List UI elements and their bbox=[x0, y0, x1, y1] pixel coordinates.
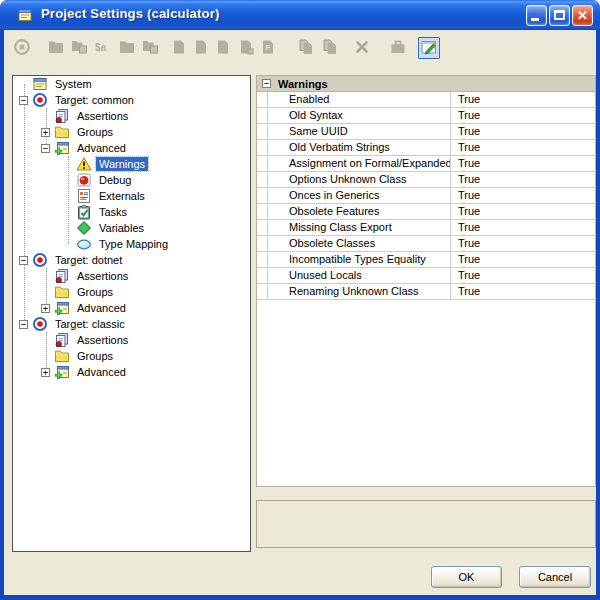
tree-expand-slot: + bbox=[41, 364, 54, 380]
tree-item-warnings[interactable]: Warnings bbox=[13, 156, 250, 172]
grid-property-value[interactable]: True bbox=[451, 92, 595, 107]
grid-property-value[interactable]: True bbox=[451, 188, 595, 203]
tree-item-assertions[interactable]: Assertions bbox=[13, 268, 250, 284]
toolbar-button-folder-overlay-icon[interactable] bbox=[139, 37, 161, 59]
tree-item-label: Debug bbox=[96, 173, 134, 187]
document-f-icon: F bbox=[259, 38, 277, 59]
folder-icon bbox=[47, 38, 65, 59]
maximize-icon[interactable] bbox=[549, 5, 570, 26]
toolbar-button-document-f-icon[interactable]: F bbox=[257, 37, 279, 59]
collapse-icon[interactable]: − bbox=[262, 79, 271, 88]
toolbar-button-edit-icon[interactable] bbox=[418, 37, 440, 59]
toolbar-button-package-icon[interactable] bbox=[387, 37, 409, 59]
grid-property-value[interactable]: True bbox=[451, 252, 595, 267]
grid-property-name: Missing Class Export bbox=[268, 220, 451, 235]
tree-item-groups[interactable]: Groups bbox=[13, 348, 250, 364]
tree-item-advanced[interactable]: +Advanced bbox=[13, 300, 250, 316]
grid-property-value[interactable]: True bbox=[451, 220, 595, 235]
tree-item-label: Assertions bbox=[74, 109, 131, 123]
toolbar-button-documents-icon[interactable] bbox=[319, 37, 341, 59]
toolbar-button-documents-icon[interactable] bbox=[295, 37, 317, 59]
grid-property-value[interactable]: True bbox=[451, 124, 595, 139]
tree-item-debug[interactable]: Debug bbox=[13, 172, 250, 188]
grid-row-unused-locals[interactable]: Unused LocalsTrue bbox=[257, 268, 595, 284]
titlebar[interactable]: Project Settings (calculator) ✕ bbox=[0, 0, 600, 30]
grid-section-header[interactable]: − Warnings bbox=[257, 76, 595, 92]
grid-row-assignment-on-formal-expanded[interactable]: Assignment on Formal/ExpandedTrue bbox=[257, 156, 595, 172]
advanced-icon bbox=[54, 300, 70, 316]
grid-property-value[interactable]: True bbox=[451, 284, 595, 299]
tree-item-assertions[interactable]: Assertions bbox=[13, 108, 250, 124]
expand-icon[interactable]: + bbox=[41, 128, 50, 137]
grid-property-name: Renaming Unknown Class bbox=[268, 284, 451, 299]
grid-row-incompatible-types-equality[interactable]: Incompatible Types EqualityTrue bbox=[257, 252, 595, 268]
grid-row-old-syntax[interactable]: Old SyntaxTrue bbox=[257, 108, 595, 124]
grid-row-obsolete-features[interactable]: Obsolete FeaturesTrue bbox=[257, 204, 595, 220]
toolbar-button-rename-icon[interactable]: $a bbox=[92, 37, 114, 59]
tree-item-target-classic[interactable]: −Target: classic bbox=[13, 316, 250, 332]
grid-row-onces-in-generics[interactable]: Onces in GenericsTrue bbox=[257, 188, 595, 204]
cancel-button[interactable]: Cancel bbox=[519, 566, 591, 588]
grid-row-options-unknown-class[interactable]: Options Unknown ClassTrue bbox=[257, 172, 595, 188]
toolbar-button-document-mark-icon[interactable] bbox=[235, 37, 257, 59]
grid-row-missing-class-export[interactable]: Missing Class ExportTrue bbox=[257, 220, 595, 236]
grid-property-value[interactable]: True bbox=[451, 172, 595, 187]
toolbar-button-disc-icon[interactable] bbox=[11, 37, 33, 59]
collapse-icon[interactable]: − bbox=[19, 256, 28, 265]
toolbar-button-delete-icon[interactable] bbox=[351, 37, 373, 59]
tree-item-target-dotnet[interactable]: −Target: dotnet bbox=[13, 252, 250, 268]
tree-expand-slot: − bbox=[19, 92, 32, 108]
grid-row-enabled[interactable]: EnabledTrue bbox=[257, 92, 595, 108]
tree-item-groups[interactable]: +Groups bbox=[13, 124, 250, 140]
toolbar-button-document-icon[interactable] bbox=[190, 37, 212, 59]
toolbar-button-document-icon[interactable] bbox=[212, 37, 234, 59]
rename-icon: $a bbox=[94, 38, 112, 59]
expand-icon[interactable]: + bbox=[41, 304, 50, 313]
grid-property-value[interactable]: True bbox=[451, 108, 595, 123]
documents-icon bbox=[321, 38, 339, 59]
tree-item-system[interactable]: System bbox=[13, 76, 250, 92]
tree-item-label: Advanced bbox=[74, 141, 129, 155]
tree-item-externals[interactable]: Externals bbox=[13, 188, 250, 204]
grid-property-value[interactable]: True bbox=[451, 204, 595, 219]
expand-icon[interactable]: + bbox=[41, 368, 50, 377]
tree-item-advanced[interactable]: +Advanced bbox=[13, 364, 250, 380]
grid-row-old-verbatim-strings[interactable]: Old Verbatim StringsTrue bbox=[257, 140, 595, 156]
tree-item-label: Advanced bbox=[74, 301, 129, 315]
toolbar-button-folder-icon[interactable] bbox=[45, 37, 67, 59]
toolbar-button-document-icon[interactable] bbox=[168, 37, 190, 59]
tree-item-label: Groups bbox=[74, 285, 116, 299]
tree-item-type-mapping[interactable]: Type Mapping bbox=[13, 236, 250, 252]
grid-property-name: Unused Locals bbox=[268, 268, 451, 283]
tree-item-label: Variables bbox=[96, 221, 147, 235]
grid-row-renaming-unknown-class[interactable]: Renaming Unknown ClassTrue bbox=[257, 284, 595, 300]
tree-item-tasks[interactable]: Tasks bbox=[13, 204, 250, 220]
advanced-icon bbox=[54, 364, 70, 380]
grid-property-name: Same UUID bbox=[268, 124, 451, 139]
minimize-icon[interactable] bbox=[526, 5, 547, 26]
grid-property-value[interactable]: True bbox=[451, 268, 595, 283]
grid-section-title: Warnings bbox=[278, 78, 328, 90]
grid-property-value[interactable]: True bbox=[451, 236, 595, 251]
grid-property-name: Old Verbatim Strings bbox=[268, 140, 451, 155]
advanced-icon bbox=[54, 140, 70, 156]
toolbar-button-folder-icon[interactable] bbox=[116, 37, 138, 59]
grid-property-value[interactable]: True bbox=[451, 140, 595, 155]
tree-item-groups[interactable]: Groups bbox=[13, 284, 250, 300]
toolbar-button-folder-overlay-icon[interactable] bbox=[68, 37, 90, 59]
collapse-icon[interactable]: − bbox=[41, 144, 50, 153]
assertions-icon bbox=[54, 108, 70, 124]
grid-row-obsolete-classes[interactable]: Obsolete ClassesTrue bbox=[257, 236, 595, 252]
close-icon[interactable]: ✕ bbox=[572, 5, 593, 26]
tree-item-target-common[interactable]: −Target: common bbox=[13, 92, 250, 108]
tree-item-variables[interactable]: Variables bbox=[13, 220, 250, 236]
grid-property-value[interactable]: True bbox=[451, 156, 595, 171]
ok-button[interactable]: OK bbox=[431, 566, 502, 588]
collapse-icon[interactable]: − bbox=[19, 96, 28, 105]
tree-item-advanced[interactable]: −Advanced bbox=[13, 140, 250, 156]
tree-item-assertions[interactable]: Assertions bbox=[13, 332, 250, 348]
grid-row-same-uuid[interactable]: Same UUIDTrue bbox=[257, 124, 595, 140]
collapse-icon[interactable]: − bbox=[19, 320, 28, 329]
document-icon bbox=[214, 38, 232, 59]
grid-property-name: Assignment on Formal/Expanded bbox=[268, 156, 451, 171]
